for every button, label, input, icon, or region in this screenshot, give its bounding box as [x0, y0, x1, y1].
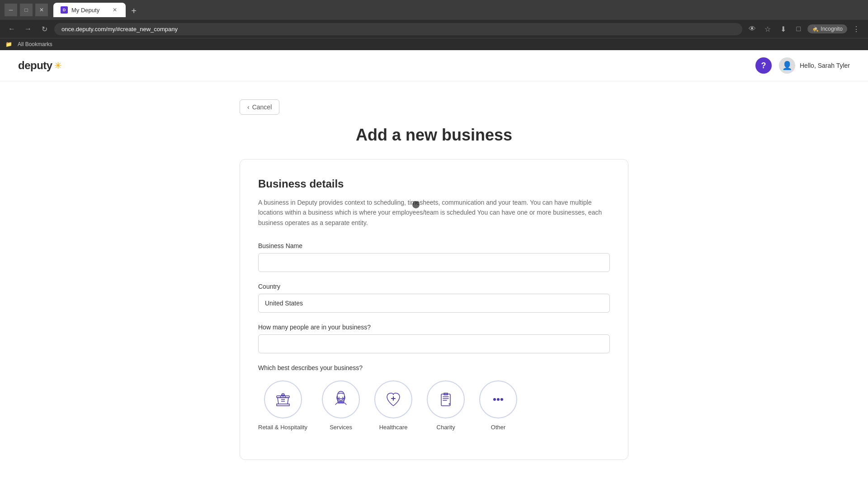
- cancel-label: Cancel: [252, 103, 272, 111]
- business-type-retail[interactable]: Retail & Hospitality: [258, 380, 307, 431]
- browser-titlebar: ─ □ ✕ D My Deputy ✕ +: [0, 0, 868, 20]
- retail-label: Retail & Hospitality: [258, 424, 307, 431]
- services-label: Services: [330, 424, 352, 431]
- download-button[interactable]: ⬇: [777, 23, 789, 35]
- cancel-button[interactable]: ‹ Cancel: [240, 99, 279, 115]
- tab-close-button[interactable]: ✕: [111, 6, 118, 14]
- incognito-label: Incognito: [821, 26, 843, 32]
- app-container: deputy ✳ ? 👤 Hello, Sarah Tyler ‹ Cancel…: [0, 50, 868, 478]
- page-title: Add a new business: [240, 126, 628, 145]
- all-bookmarks-link[interactable]: All Bookmarks: [16, 40, 54, 48]
- forward-button[interactable]: →: [22, 23, 34, 35]
- tab-title: My Deputy: [71, 7, 99, 14]
- business-name-group: Business Name: [258, 242, 610, 272]
- minimize-button[interactable]: ─: [5, 4, 17, 16]
- svg-point-6: [497, 398, 500, 401]
- business-name-label: Business Name: [258, 242, 610, 249]
- page-content: ‹ Cancel Add a new business Business det…: [231, 81, 637, 478]
- user-info: 👤 Hello, Sarah Tyler: [779, 57, 850, 74]
- business-type-label: Which best describes your business?: [258, 364, 610, 371]
- header-right: ? 👤 Hello, Sarah Tyler: [755, 57, 850, 74]
- avatar: 👤: [779, 57, 795, 74]
- healthcare-icon-circle: [374, 380, 412, 418]
- headcount-input[interactable]: [258, 334, 610, 353]
- other-icon-circle: [479, 380, 517, 418]
- business-type-services[interactable]: Services: [322, 380, 360, 431]
- charity-icon-circle: [427, 380, 465, 418]
- charity-icon: [436, 389, 456, 409]
- healthcare-icon: [383, 389, 403, 409]
- user-greeting: Hello, Sarah Tyler: [800, 62, 850, 69]
- svg-point-7: [500, 398, 503, 401]
- bookmarks-folder-icon: 📁: [5, 41, 12, 47]
- svg-rect-1: [277, 396, 289, 398]
- bookmarks-bar: 📁 All Bookmarks: [0, 38, 868, 50]
- incognito-badge: 🕵 Incognito: [807, 24, 847, 33]
- new-tab-button[interactable]: +: [127, 5, 140, 17]
- maximize-button[interactable]: □: [20, 4, 33, 16]
- browser-toolbar: ← → ↻ 👁 ☆ ⬇ □ 🕵 Incognito ⋮: [0, 20, 868, 38]
- back-button[interactable]: ←: [5, 23, 18, 35]
- other-icon: [488, 389, 508, 409]
- form-card: Business details A business in Deputy pr…: [240, 159, 628, 460]
- active-tab[interactable]: D My Deputy ✕: [53, 3, 126, 17]
- svg-point-4: [449, 404, 450, 405]
- business-type-other[interactable]: Other: [479, 380, 517, 431]
- app-header: deputy ✳ ? 👤 Hello, Sarah Tyler: [0, 50, 868, 81]
- logo-star-icon: ✳: [54, 60, 62, 71]
- menu-button[interactable]: ⋮: [850, 23, 863, 35]
- country-input[interactable]: [258, 294, 610, 313]
- retail-icon-circle: [264, 380, 302, 418]
- retail-hospitality-icon: [273, 389, 293, 409]
- business-type-healthcare[interactable]: Healthcare: [374, 380, 412, 431]
- services-icon: [331, 389, 351, 409]
- svg-point-2: [337, 391, 344, 400]
- services-icon-circle: [322, 380, 360, 418]
- tab-favicon: D: [61, 6, 68, 14]
- healthcare-label: Healthcare: [379, 424, 408, 431]
- browser-chrome: ─ □ ✕ D My Deputy ✕ + ← → ↻ 👁 ☆ ⬇ □ 🕵 In…: [0, 0, 868, 50]
- toolbar-actions: 👁 ☆ ⬇ □ 🕵 Incognito ⋮: [746, 23, 863, 35]
- svg-point-5: [493, 398, 496, 401]
- business-name-input[interactable]: [258, 253, 610, 272]
- extensions-button[interactable]: □: [792, 23, 805, 35]
- other-label: Other: [491, 424, 506, 431]
- visibility-toggle-button[interactable]: 👁: [746, 23, 759, 35]
- charity-label: Charity: [437, 424, 455, 431]
- section-description: A business in Deputy provides context to…: [258, 197, 610, 228]
- business-type-group: Which best describes your business?: [258, 364, 610, 431]
- business-types-grid: Retail & Hospitality: [258, 380, 610, 431]
- close-button[interactable]: ✕: [35, 4, 48, 16]
- address-bar[interactable]: [54, 23, 742, 35]
- chevron-left-icon: ‹: [247, 103, 250, 111]
- bookmark-button[interactable]: ☆: [761, 23, 774, 35]
- country-group: Country: [258, 283, 610, 313]
- window-controls: ─ □ ✕: [5, 4, 48, 16]
- headcount-group: How many people are in your business?: [258, 324, 610, 353]
- section-title: Business details: [258, 178, 610, 190]
- logo: deputy ✳: [18, 59, 62, 72]
- help-button[interactable]: ?: [755, 57, 772, 74]
- headcount-label: How many people are in your business?: [258, 324, 610, 331]
- refresh-button[interactable]: ↻: [38, 23, 51, 35]
- business-type-charity[interactable]: Charity: [427, 380, 465, 431]
- country-label: Country: [258, 283, 610, 290]
- logo-text: deputy: [18, 59, 52, 72]
